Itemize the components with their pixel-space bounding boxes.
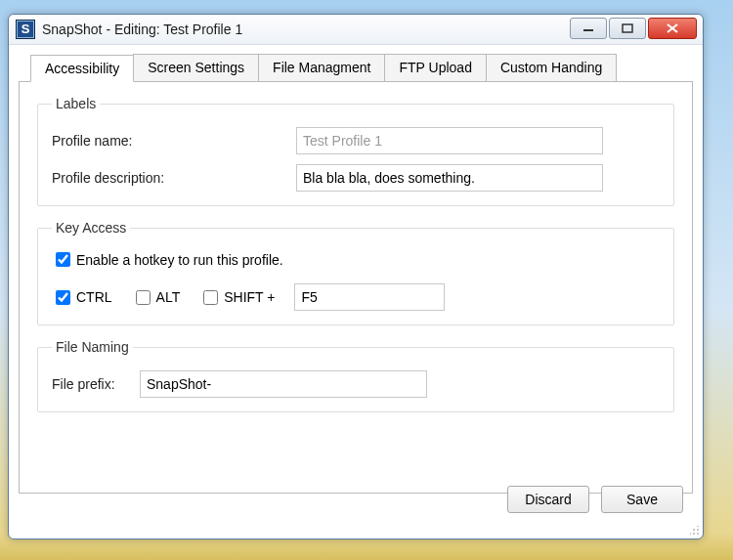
minimize-button[interactable] [570, 18, 607, 39]
tab-ftp-upload[interactable]: FTP Upload [384, 54, 486, 81]
discard-button[interactable]: Discard [507, 486, 589, 513]
save-button[interactable]: Save [601, 486, 683, 513]
key-access-group: Key Access Enable a hotkey to run this p… [37, 220, 674, 325]
shift-label: SHIFT + [224, 289, 275, 305]
enable-hotkey-label: Enable a hotkey to run this profile. [76, 252, 283, 268]
dialog-footer: Discard Save [496, 486, 683, 513]
file-naming-group: File Naming File prefix: [37, 339, 674, 412]
tab-accessibility[interactable]: Accessibility [30, 55, 134, 82]
tab-bar: Accessibility Screen Settings File Manag… [30, 54, 693, 81]
alt-label: ALT [156, 289, 181, 305]
profile-name-input[interactable] [296, 127, 603, 154]
shift-input[interactable] [203, 290, 218, 305]
close-button[interactable] [648, 18, 697, 39]
file-prefix-input[interactable] [140, 370, 427, 398]
shift-checkbox[interactable]: SHIFT + [199, 287, 275, 308]
key-access-legend: Key Access [52, 220, 130, 236]
app-icon: S [16, 20, 35, 39]
resize-grip-icon[interactable] [687, 523, 701, 537]
tab-custom-handing[interactable]: Custom Handing [486, 54, 617, 81]
enable-hotkey-checkbox[interactable]: Enable a hotkey to run this profile. [52, 249, 283, 270]
profile-name-label: Profile name: [52, 133, 296, 149]
tab-screen-settings[interactable]: Screen Settings [133, 54, 259, 81]
tab-file-managment[interactable]: File Managment [258, 54, 385, 81]
ctrl-input[interactable] [56, 290, 70, 305]
alt-input[interactable] [136, 290, 151, 305]
ctrl-checkbox[interactable]: CTRL [52, 287, 112, 308]
hotkey-key-input[interactable] [294, 283, 445, 311]
maximize-button[interactable] [609, 18, 646, 39]
window-title: SnapShot - Editing: Test Profile 1 [42, 22, 242, 37]
labels-legend: Labels [52, 96, 100, 111]
window: S SnapShot - Editing: Test Profile 1 Acc… [8, 14, 704, 539]
labels-group: Labels Profile name: Profile description… [37, 96, 674, 206]
svg-rect-1 [623, 24, 632, 32]
title-bar[interactable]: S SnapShot - Editing: Test Profile 1 [9, 15, 703, 45]
svg-rect-0 [583, 29, 593, 31]
enable-hotkey-input[interactable] [56, 252, 70, 267]
alt-checkbox[interactable]: ALT [132, 287, 181, 308]
file-naming-legend: File Naming [52, 339, 133, 355]
profile-desc-label: Profile description: [52, 170, 296, 186]
ctrl-label: CTRL [76, 289, 112, 305]
file-prefix-label: File prefix: [52, 376, 140, 392]
profile-desc-input[interactable] [296, 164, 603, 192]
tab-panel: Labels Profile name: Profile description… [19, 81, 693, 494]
